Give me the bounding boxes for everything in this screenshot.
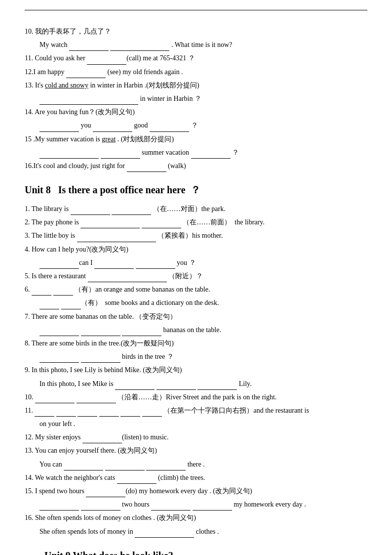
blank-q12 bbox=[66, 71, 106, 78]
blank-u8q16 bbox=[135, 531, 194, 538]
blank-u8q9-1 bbox=[115, 383, 155, 390]
blank-u8q15-a3 bbox=[151, 504, 191, 511]
blank-u8q7-1 bbox=[39, 329, 79, 336]
q10-label: 10. 我的手表坏了，几点了？ bbox=[25, 25, 367, 38]
blank-u8q11-2 bbox=[56, 410, 76, 417]
q15-answer: summer vacation ？ bbox=[39, 146, 367, 159]
q14: 14. Are you having fun？(改为同义句) bbox=[25, 106, 367, 118]
q13: 13. It's cold and snowy in winter in Har… bbox=[25, 79, 367, 91]
u8q11-cont: on your left . bbox=[39, 418, 367, 430]
blank-u8q1-1 bbox=[71, 208, 110, 215]
u8q13: 13. You can enjoy yourself there. (改为同义句… bbox=[25, 444, 367, 457]
blank-q14-3 bbox=[150, 125, 189, 132]
blank-u8q10-1 bbox=[35, 396, 75, 403]
blank-u8q12 bbox=[82, 436, 122, 443]
u8q11: 11. （在第一个十字路口向右拐）and the restaurant is bbox=[25, 404, 367, 417]
blank-u8q11-4 bbox=[99, 410, 119, 417]
blank-u8q4-1 bbox=[39, 262, 79, 269]
blank-u8q6a-2 bbox=[53, 289, 73, 296]
u8q15: 15. I spend two hours (do) my homework e… bbox=[25, 485, 367, 497]
blank-q13 bbox=[39, 98, 138, 105]
u8q5: 5. Is there a restaurant （附近）？ bbox=[25, 270, 367, 282]
q12: 12.I am happy (see) my old friends again… bbox=[25, 66, 367, 78]
u8q9: 9. In this photo, I see Lily is behind M… bbox=[25, 364, 367, 376]
blank-q15-3 bbox=[191, 152, 231, 159]
blank-u8q6b-2 bbox=[61, 302, 81, 309]
u8q16-answer: She often spends lots of money in clothe… bbox=[39, 525, 367, 538]
blank-u8q4-2 bbox=[94, 262, 134, 269]
q10-english: My watch . What time is it now? bbox=[39, 39, 367, 51]
q15: 15 .My summer vacation is great . (对划线部分… bbox=[25, 133, 367, 145]
u8q2: 2. The pay phone is （在……前面） the library. bbox=[25, 216, 367, 228]
blank-u8q14 bbox=[117, 477, 157, 484]
blank-u8q7-2 bbox=[81, 329, 120, 336]
top-divider bbox=[25, 10, 367, 10]
blank-u8q13-3 bbox=[146, 464, 186, 470]
blank-u8q9-2 bbox=[157, 383, 196, 390]
blank-u8q11-5 bbox=[120, 410, 140, 417]
blank-q10-2 bbox=[110, 44, 169, 51]
blank-q15-2 bbox=[101, 152, 140, 159]
blank-q11 bbox=[87, 58, 126, 65]
u8q15-answer: two hours my homework every day . bbox=[39, 498, 367, 511]
blank-u8q5 bbox=[88, 275, 167, 282]
blank-u8q8-1 bbox=[39, 356, 79, 363]
u8q6b: （有） some books and a dictionary on the d… bbox=[39, 297, 367, 309]
blank-q14-2 bbox=[93, 125, 132, 132]
blank-u8q2-2 bbox=[142, 221, 181, 228]
blank-u8q11-3 bbox=[78, 410, 97, 417]
u8q7: 7. There are some bananas on the table. … bbox=[25, 310, 367, 323]
blank-u8q9-3 bbox=[197, 383, 237, 390]
blank-u8q4-3 bbox=[136, 262, 175, 269]
blank-u8q15 bbox=[86, 490, 125, 497]
q13-underline: cold and snowy bbox=[45, 82, 88, 89]
u8q4-answer: can I you ？ bbox=[39, 256, 367, 269]
u8q1: 1. The library is （在……对面）the park. bbox=[25, 203, 367, 215]
blank-u8q6b-1 bbox=[39, 302, 59, 309]
u8q14: 14. We watch the neighbor's cats (climb)… bbox=[25, 471, 367, 484]
blank-u8q15-a4 bbox=[193, 504, 232, 511]
unit9-title: Unit 9 What does he look like? bbox=[25, 547, 367, 555]
blank-u8q13-2 bbox=[105, 464, 145, 470]
u8q8-answer: birds in the tree ？ bbox=[39, 350, 367, 363]
u8q9-answer: In this photo, I see Mike is Lily. bbox=[39, 378, 367, 390]
blank-q10-1 bbox=[69, 44, 109, 51]
blank-u8q15-a2 bbox=[81, 504, 120, 511]
blank-u8q8-2 bbox=[81, 356, 120, 363]
blank-u8q1-2 bbox=[112, 208, 151, 215]
q15-underline: great bbox=[102, 135, 116, 143]
q16: 16.It's cool and cloudy, just right for … bbox=[25, 160, 367, 172]
u8q10: 10. （沿着……走）River Street and the park is … bbox=[25, 391, 367, 403]
blank-u8q10-2 bbox=[77, 396, 116, 403]
main-content: 10. 我的手表坏了，几点了？ My watch . What time is … bbox=[25, 25, 367, 555]
blank-u8q7-3 bbox=[122, 329, 161, 336]
unit8-title: Unit 8 Is there a post office near here … bbox=[25, 181, 367, 199]
u8q13-answer: You can there . bbox=[39, 458, 367, 470]
blank-q16 bbox=[127, 165, 166, 172]
u8q7-answer: bananas on the table. bbox=[39, 324, 367, 336]
u8q3: 3. The little boy is （紧挨着）his mother. bbox=[25, 229, 367, 242]
u8q4: 4. How can I help you?(改为同义句) bbox=[25, 243, 367, 256]
blank-u8q6a-1 bbox=[32, 289, 51, 296]
q11: 11. Could you ask her (call) me at 765-4… bbox=[25, 52, 367, 64]
blank-u8q3 bbox=[77, 235, 156, 242]
u8q12: 12. My sister enjoys (listen) to music. bbox=[25, 431, 367, 443]
u8q6a: 6. （有）an orange and some bananas on the … bbox=[25, 283, 367, 296]
q13-answer: in winter in Harbin ？ bbox=[39, 92, 367, 105]
blank-u8q15-a1 bbox=[39, 504, 79, 511]
blank-u8q11-1 bbox=[35, 410, 54, 417]
u8q8: 8. There are some birds in the tree.(改为一… bbox=[25, 337, 367, 349]
blank-q15-1 bbox=[39, 152, 99, 159]
q14-answer: you good ？ bbox=[39, 119, 367, 131]
blank-u8q2-1 bbox=[80, 221, 140, 228]
u8q16: 16. She often spends lots of money on cl… bbox=[25, 512, 367, 524]
blank-u8q11-6 bbox=[142, 410, 162, 417]
blank-u8q13-1 bbox=[64, 464, 103, 470]
blank-q14-1 bbox=[39, 125, 79, 132]
